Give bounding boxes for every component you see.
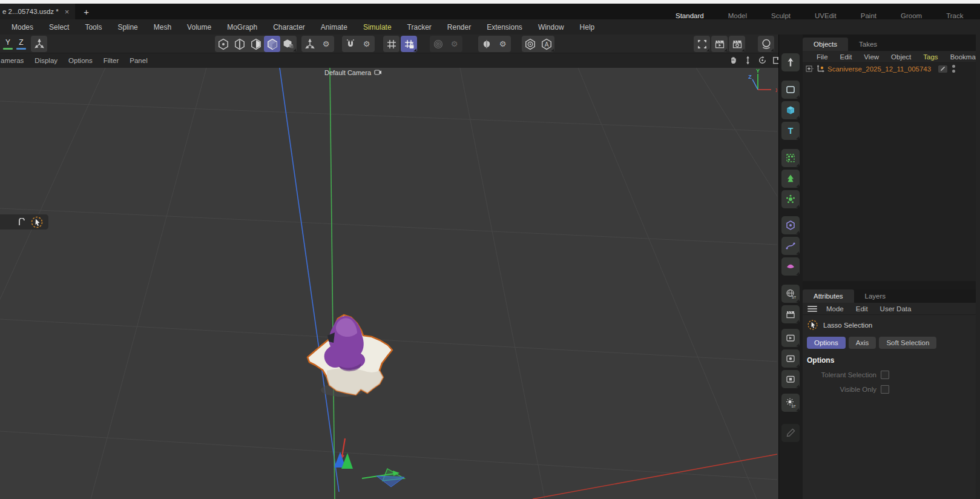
tolerant-selection-checkbox[interactable]	[881, 371, 889, 379]
objects-menu-bookmarks[interactable]: Bookmarks	[945, 53, 980, 61]
active-tool-row: Lasso Selection	[803, 315, 980, 331]
symmetry-toggle-button[interactable]	[478, 36, 495, 52]
material-ball-button[interactable]	[758, 36, 774, 52]
cloner-button[interactable]	[781, 149, 800, 167]
axis-settings-button[interactable]: ⚙	[318, 36, 334, 52]
auto-mode-button[interactable]: A	[538, 36, 554, 52]
volume-mesher-button[interactable]	[781, 237, 800, 255]
viewport-camera-label[interactable]: Default Camera	[301, 68, 404, 77]
effector-button[interactable]	[781, 190, 800, 208]
spline-pen-button[interactable]	[781, 53, 800, 71]
edges-mode-button[interactable]	[231, 36, 248, 52]
menu-character[interactable]: Character	[265, 23, 313, 31]
panel-divider[interactable]	[803, 281, 980, 289]
material-pen-button[interactable]	[781, 424, 800, 442]
menu-mograph[interactable]: MoGraph	[219, 23, 265, 31]
section-tab-options[interactable]: Options	[807, 337, 846, 349]
tab-objects[interactable]: Objects	[803, 38, 848, 51]
visibility-dots[interactable]	[952, 65, 955, 73]
field-button[interactable]	[781, 257, 800, 276]
viewport-menu-cameras[interactable]: ameras	[0, 57, 29, 64]
expand-toggle-icon[interactable]	[806, 65, 814, 73]
viewport-menu-options[interactable]: Options	[63, 57, 98, 64]
menu-window[interactable]: Window	[530, 23, 572, 31]
object-mode-button[interactable]	[280, 36, 297, 52]
solo-button[interactable]	[522, 36, 538, 52]
object-name[interactable]: Scaniverse_2025_12_11_005743	[827, 65, 931, 73]
attributes-menu-mode[interactable]: Mode	[821, 305, 849, 312]
menu-animate[interactable]: Animate	[313, 23, 355, 31]
dolly-zoom-icon[interactable]	[743, 55, 753, 65]
gizmo-z-label: Z	[748, 74, 752, 80]
edit-badge-icon[interactable]	[938, 65, 947, 73]
spline-rectangle-button[interactable]	[781, 81, 800, 99]
section-tab-axis[interactable]: Axis	[849, 337, 876, 349]
menu-volume[interactable]: Volume	[179, 23, 219, 31]
viewport-background[interactable]	[0, 68, 777, 499]
tab-takes[interactable]: Takes	[848, 38, 888, 51]
free-move-axis-button[interactable]	[31, 36, 47, 52]
objects-menu-file[interactable]: File	[811, 53, 834, 61]
viewport-menu-panel[interactable]: Panel	[124, 57, 153, 64]
menu-spline[interactable]: Spline	[110, 23, 145, 31]
camera-menu-icon[interactable]	[374, 69, 381, 76]
menu-tracker[interactable]: Tracker	[400, 23, 439, 31]
menu-render[interactable]: Render	[439, 23, 479, 31]
axis-lock-z-button[interactable]: Z	[15, 36, 28, 52]
object-tree[interactable]: Scaniverse_2025_12_11_005743	[803, 63, 980, 281]
cube-primitive-button[interactable]	[781, 101, 800, 119]
modeling-settings-button[interactable]: ⚙	[446, 36, 462, 52]
light-object-button[interactable]: ST	[781, 394, 800, 412]
document-tab[interactable]: e 2...05743.usdz * ×	[0, 4, 75, 19]
enable-axis-button[interactable]	[301, 36, 318, 52]
menu-help[interactable]: Help	[572, 23, 603, 31]
pan-hand-icon[interactable]	[728, 55, 738, 65]
ngon-circles-button[interactable]	[430, 36, 446, 52]
rotate-view-icon[interactable]	[757, 55, 768, 65]
polygons-mode-button[interactable]	[248, 36, 264, 52]
objects-menu-object[interactable]: Object	[886, 53, 916, 61]
object-row[interactable]: Scaniverse_2025_12_11_005743	[803, 63, 980, 74]
visible-only-checkbox[interactable]	[881, 385, 889, 394]
attributes-menu-userdata[interactable]: User Data	[875, 305, 917, 312]
menu-mesh[interactable]: Mesh	[146, 23, 179, 31]
camera-button[interactable]	[781, 329, 800, 347]
stage-object-button[interactable]	[781, 305, 800, 323]
objects-menu-edit[interactable]: Edit	[835, 53, 858, 61]
objects-menu-tags[interactable]: Tags	[918, 53, 943, 61]
menu-select[interactable]: Select	[41, 23, 77, 31]
target-camera-button[interactable]	[781, 349, 800, 368]
workplane-lock-button[interactable]	[401, 36, 417, 52]
stage-camera-button[interactable]	[781, 370, 800, 388]
text-object-button[interactable]: T	[781, 122, 800, 140]
axis-lock-y-button[interactable]: Y	[1, 36, 15, 52]
tab-layers[interactable]: Layers	[854, 289, 897, 303]
render-view-button[interactable]	[711, 36, 728, 52]
viewport-menu-filter[interactable]: Filter	[98, 57, 125, 64]
sky-object-button[interactable]: ST	[781, 285, 800, 303]
section-tab-soft-selection[interactable]: Soft Selection	[879, 337, 936, 349]
hamburger-icon[interactable]	[807, 306, 817, 312]
render-region-button[interactable]	[694, 36, 710, 52]
menu-simulate[interactable]: Simulate	[355, 23, 400, 31]
attributes-menu-edit[interactable]: Edit	[850, 305, 873, 312]
objects-menu-view[interactable]: View	[858, 53, 884, 61]
viewport-menu-display[interactable]: Display	[29, 57, 63, 64]
quantize-button[interactable]	[383, 36, 400, 52]
viewport-3d[interactable]: Y Z X	[0, 68, 777, 499]
menu-extensions[interactable]: Extensions	[479, 23, 530, 31]
render-settings-button[interactable]	[729, 36, 745, 52]
null-object-icon[interactable]	[816, 64, 825, 73]
snap-toggle-button[interactable]	[342, 36, 358, 52]
menu-tools[interactable]: Tools	[77, 23, 110, 31]
close-icon[interactable]: ×	[65, 7, 70, 16]
symmetry-settings-button[interactable]: ⚙	[495, 36, 511, 52]
new-tab-button[interactable]: +	[84, 7, 89, 17]
menu-modes[interactable]: Modes	[4, 23, 41, 31]
snap-settings-button[interactable]: ⚙	[358, 36, 375, 52]
volume-builder-button[interactable]	[781, 216, 800, 234]
tab-attributes[interactable]: Attributes	[803, 289, 854, 303]
points-mode-button[interactable]	[215, 36, 231, 52]
matrix-object-button[interactable]	[781, 170, 800, 188]
model-mode-button[interactable]	[264, 36, 280, 52]
